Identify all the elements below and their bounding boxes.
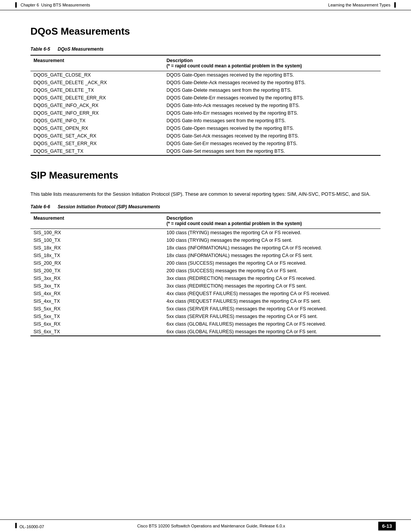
dqos-measure-cell: DQOS_GATE_DELETE _TX xyxy=(30,86,164,94)
dqos-table-caption: Table 6-5 DQoS Measurements xyxy=(30,46,381,52)
sip-desc-cell: 200 class (SUCCESS) messages the reporti… xyxy=(164,259,381,267)
dqos-measure-cell: DQOS_GATE_INFO_ERR_RX xyxy=(30,109,164,117)
sip-table-header-row: Measurement Description (* = rapid count… xyxy=(30,213,381,229)
table-row: DQOS_GATE_SET_ACK_RX DQOS Gate-Set-Ack m… xyxy=(30,132,381,140)
table-row: SIS_18x_RX 18x class (INFORMATIONAL) mes… xyxy=(30,244,381,252)
footer-left-label: OL-16000-07 xyxy=(19,524,44,529)
table-row: SIS_100_RX 100 class (TRYING) messages t… xyxy=(30,228,381,236)
dqos-col-measure-header: Measurement xyxy=(30,55,164,71)
sip-measure-cell: SIS_200_RX xyxy=(30,259,164,267)
dqos-title: DQoS Measurements xyxy=(30,26,381,37)
dqos-desc-cell: DQOS Gate-Set-Ack messages received by t… xyxy=(164,132,381,140)
table-row: SIS_6xx_TX 6xx class (GLOBAL FAILURES) m… xyxy=(30,328,381,336)
dqos-measure-cell: DQOS_GATE_SET_TX xyxy=(30,147,164,155)
footer-center: Cisco BTS 10200 Softswitch Operations an… xyxy=(44,524,378,528)
header-right: Learning the Measurement Types xyxy=(328,2,396,8)
table-row: SIS_3xx_TX 3xx class (REDIRECTION) messa… xyxy=(30,282,381,290)
header-chapter: Chapter 6 xyxy=(21,3,39,7)
sip-measure-cell: SIS_200_TX xyxy=(30,267,164,275)
footer-center-text: Cisco BTS 10200 Softswitch Operations an… xyxy=(137,524,285,528)
table-row: SIS_5xx_RX 5xx class (SERVER FAILURES) m… xyxy=(30,305,381,313)
dqos-desc-cell: DQOS Gate-Delete messages sent from the … xyxy=(164,86,381,94)
dqos-desc-cell: DQOS Gate-Info-Ack messages received by … xyxy=(164,102,381,109)
footer-right: 6-13 xyxy=(378,523,396,529)
table-row: SIS_200_RX 200 class (SUCCESS) messages … xyxy=(30,259,381,267)
header-rule-left xyxy=(15,2,17,8)
sip-measure-cell: SIS_3xx_TX xyxy=(30,282,164,290)
dqos-measure-cell: DQOS_GATE_CLOSE_RX xyxy=(30,71,164,79)
sip-table: Measurement Description (* = rapid count… xyxy=(30,212,381,336)
table-row: DQOS_GATE_CLOSE_RX DQOS Gate-Open messag… xyxy=(30,71,381,79)
dqos-measure-cell: DQOS_GATE_INFO_ACK_RX xyxy=(30,102,164,109)
table-row: SIS_100_TX 100 class (TRYING) messages t… xyxy=(30,236,381,244)
sip-measure-cell: SIS_100_RX xyxy=(30,228,164,236)
table-row: DQOS_GATE_DELETE_ERR_RX DQOS Gate-Delete… xyxy=(30,94,381,102)
sip-desc-cell: 5xx class (SERVER FAILURES) messages the… xyxy=(164,313,381,320)
sip-col-measure-header: Measurement xyxy=(30,213,164,229)
sip-col-desc-header: Description (* = rapid count could mean … xyxy=(164,213,381,229)
dqos-desc-cell: DQOS Gate-Info messages sent from the re… xyxy=(164,117,381,125)
sip-desc-cell: 100 class (TRYING) messages the reportin… xyxy=(164,236,381,244)
sip-desc-cell: 4xx class (REQUEST FAILURES) messages th… xyxy=(164,290,381,297)
table-row: DQOS_GATE_INFO_TX DQOS Gate-Info message… xyxy=(30,117,381,125)
sip-measure-cell: SIS_3xx_RX xyxy=(30,275,164,282)
dqos-table: Measurement Description (* = rapid count… xyxy=(30,55,381,156)
sip-desc-cell: 3xx class (REDIRECTION) messages the rep… xyxy=(164,275,381,282)
sip-measure-cell: SIS_5xx_TX xyxy=(30,313,164,320)
dqos-desc-cell: DQOS Gate-Open messages received by the … xyxy=(164,125,381,132)
table-row: DQOS_GATE_INFO_ACK_RX DQOS Gate-Info-Ack… xyxy=(30,102,381,109)
table-row: SIS_4xx_TX 4xx class (REQUEST FAILURES) … xyxy=(30,297,381,305)
table-row: DQOS_GATE_DELETE _TX DQOS Gate-Delete me… xyxy=(30,86,381,94)
table-row: DQOS_GATE_DELETE _ACK_RX DQOS Gate-Delet… xyxy=(30,79,381,86)
sip-section: SIP Measurements This table lists measur… xyxy=(30,169,381,336)
sip-desc-cell: 6xx class (GLOBAL FAILURES) messages the… xyxy=(164,320,381,328)
dqos-col-desc-header: Description (* = rapid count could mean … xyxy=(164,55,381,71)
dqos-measure-cell: DQOS_GATE_SET_ERR_RX xyxy=(30,140,164,147)
sip-desc-cell: 200 class (SUCCESS) messages the reporti… xyxy=(164,267,381,275)
table-row: SIS_5xx_TX 5xx class (SERVER FAILURES) m… xyxy=(30,313,381,320)
sip-desc-cell: 18x class (INFORMATIONAL) messages the r… xyxy=(164,244,381,252)
table-row: DQOS_GATE_INFO_ERR_RX DQOS Gate-Info-Err… xyxy=(30,109,381,117)
dqos-measure-cell: DQOS_GATE_DELETE _ACK_RX xyxy=(30,79,164,86)
footer-rule-left xyxy=(15,523,17,528)
dqos-table-label: DQoS Measurements xyxy=(58,46,104,52)
sip-table-caption: Table 6-6 Session Initiation Protocol (S… xyxy=(30,204,381,209)
header-chapter-section: Using BTS Measurements xyxy=(41,3,90,7)
sip-desc-cell: 6xx class (GLOBAL FAILURES) messages the… xyxy=(164,328,381,336)
dqos-measure-cell: DQOS_GATE_INFO_TX xyxy=(30,117,164,125)
dqos-section: DQoS Measurements Table 6-5 DQoS Measure… xyxy=(30,26,381,156)
dqos-table-header-row: Measurement Description (* = rapid count… xyxy=(30,55,381,71)
sip-measure-cell: SIS_18x_RX xyxy=(30,244,164,252)
sip-desc-cell: 3xx class (REDIRECTION) messages the rep… xyxy=(164,282,381,290)
sip-measure-cell: SIS_18x_TX xyxy=(30,252,164,259)
page-header: Chapter 6 Using BTS Measurements Learnin… xyxy=(0,0,411,10)
dqos-desc-cell: DQOS Gate-Delete-Err messages received b… xyxy=(164,94,381,102)
sip-measure-cell: SIS_4xx_RX xyxy=(30,290,164,297)
sip-title: SIP Measurements xyxy=(30,169,381,181)
table-row: SIS_6xx_RX 6xx class (GLOBAL FAILURES) m… xyxy=(30,320,381,328)
sip-desc-cell: 5xx class (SERVER FAILURES) messages the… xyxy=(164,305,381,313)
sip-desc-cell: 100 class (TRYING) messages the reportin… xyxy=(164,228,381,236)
dqos-desc-cell: DQOS Gate-Set messages sent from the rep… xyxy=(164,147,381,155)
dqos-measure-cell: DQOS_GATE_DELETE_ERR_RX xyxy=(30,94,164,102)
main-content: DQoS Measurements Table 6-5 DQoS Measure… xyxy=(0,10,411,378)
sip-table-num: Table 6-6 xyxy=(30,204,50,209)
footer-page-number: 6-13 xyxy=(378,522,396,530)
table-row: DQOS_GATE_SET_ERR_RX DQOS Gate-Set-Err m… xyxy=(30,140,381,147)
header-right-section: Learning the Measurement Types xyxy=(328,3,390,7)
table-row: SIS_200_TX 200 class (SUCCESS) messages … xyxy=(30,267,381,275)
sip-measure-cell: SIS_6xx_TX xyxy=(30,328,164,336)
sip-description: This table lists measurements for the Se… xyxy=(30,190,381,198)
footer-left: OL-16000-07 xyxy=(15,523,44,529)
table-row: SIS_18x_TX 18x class (INFORMATIONAL) mes… xyxy=(30,252,381,259)
sip-measure-cell: SIS_5xx_RX xyxy=(30,305,164,313)
dqos-measure-cell: DQOS_GATE_SET_ACK_RX xyxy=(30,132,164,140)
header-rule-right xyxy=(394,2,396,8)
dqos-desc-cell: DQOS Gate-Set-Err messages received by t… xyxy=(164,140,381,147)
table-row: DQOS_GATE_OPEN_RX DQOS Gate-Open message… xyxy=(30,125,381,132)
table-row: SIS_3xx_RX 3xx class (REDIRECTION) messa… xyxy=(30,275,381,282)
sip-measure-cell: SIS_6xx_RX xyxy=(30,320,164,328)
sip-desc-cell: 4xx class (REQUEST FAILURES) messages th… xyxy=(164,297,381,305)
table-row: DQOS_GATE_SET_TX DQOS Gate-Set messages … xyxy=(30,147,381,155)
page-footer: OL-16000-07 Cisco BTS 10200 Softswitch O… xyxy=(0,519,411,532)
